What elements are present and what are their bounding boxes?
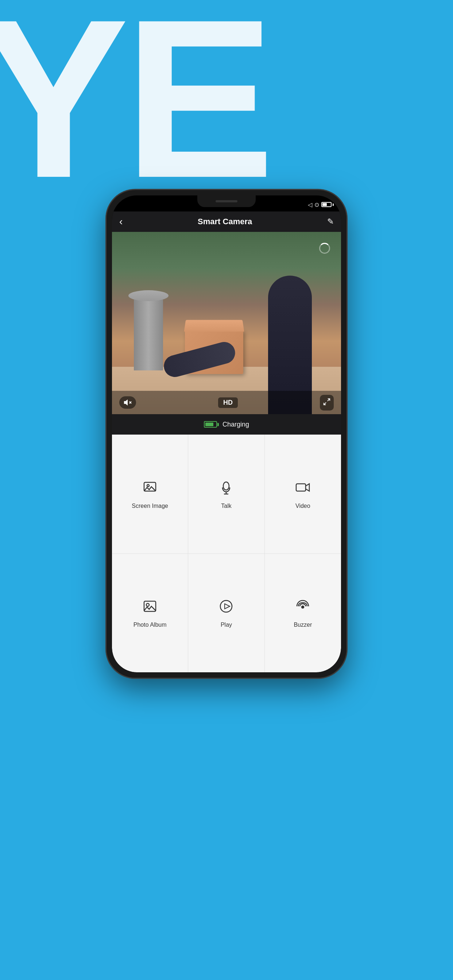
svg-point-7 bbox=[223, 482, 229, 490]
buzzer-label: Buzzer bbox=[293, 622, 312, 628]
screen-image-label: Screen Image bbox=[132, 503, 168, 509]
mute-button[interactable] bbox=[119, 396, 136, 409]
charge-fill bbox=[205, 423, 214, 426]
talk-icon bbox=[217, 479, 235, 498]
charge-body bbox=[204, 421, 217, 428]
notch-speaker bbox=[215, 200, 238, 202]
bg-letter-y: Y bbox=[0, 0, 122, 189]
charging-label: Charging bbox=[222, 421, 249, 428]
talk-label: Talk bbox=[221, 503, 231, 509]
bg-letter-e: E bbox=[124, 0, 275, 189]
controls-panel: Screen Image Talk bbox=[112, 434, 341, 672]
svg-point-12 bbox=[146, 603, 149, 606]
svg-marker-0 bbox=[124, 400, 127, 405]
photo-album-label: Photo Album bbox=[134, 622, 167, 628]
video-label: Video bbox=[295, 503, 310, 509]
lock-icon: ⊙ bbox=[314, 201, 319, 208]
talk-cell[interactable]: Talk bbox=[188, 434, 265, 554]
status-icons: ◁ ⊙ bbox=[308, 201, 334, 208]
pedestal-top bbox=[128, 290, 169, 301]
charge-tip bbox=[217, 423, 219, 426]
buzzer-cell[interactable]: Buzzer bbox=[265, 554, 341, 673]
charging-bar: Charging bbox=[112, 414, 341, 434]
battery-fill bbox=[322, 203, 327, 206]
svg-line-3 bbox=[327, 398, 330, 401]
play-icon bbox=[217, 598, 235, 617]
svg-point-6 bbox=[147, 485, 149, 487]
charging-battery-icon bbox=[204, 421, 219, 428]
buzzer-icon bbox=[294, 598, 311, 617]
svg-rect-10 bbox=[296, 484, 306, 491]
screen-image-cell[interactable]: Screen Image bbox=[112, 434, 188, 554]
location-icon: ◁ bbox=[308, 201, 312, 208]
phone-notch bbox=[197, 196, 256, 207]
back-button[interactable]: ‹ bbox=[119, 216, 123, 227]
expand-button[interactable] bbox=[320, 395, 334, 410]
photo-album-cell[interactable]: Photo Album bbox=[112, 554, 188, 673]
video-icon bbox=[294, 479, 311, 498]
phone-screen: ◁ ⊙ ‹ Smart Camera ✎ bbox=[112, 196, 341, 672]
svg-rect-11 bbox=[144, 601, 156, 611]
phone-mockup: ◁ ⊙ ‹ Smart Camera ✎ bbox=[106, 189, 347, 678]
phone-outer-shell: ◁ ⊙ ‹ Smart Camera ✎ bbox=[106, 189, 347, 678]
battery-tip bbox=[333, 204, 334, 206]
camera-controls: HD bbox=[112, 391, 341, 414]
play-cell[interactable]: Play bbox=[188, 554, 265, 673]
camera-scene bbox=[112, 232, 341, 414]
box-top bbox=[184, 320, 244, 331]
svg-line-4 bbox=[324, 402, 326, 404]
battery-body bbox=[321, 202, 332, 207]
nav-title: Smart Camera bbox=[198, 217, 252, 226]
hd-badge: HD bbox=[218, 398, 238, 408]
background-letters: Y E bbox=[0, 0, 453, 189]
screen-image-icon bbox=[141, 479, 159, 498]
controls-grid: Screen Image Talk bbox=[112, 434, 341, 672]
pedestal bbox=[134, 298, 163, 371]
video-cell[interactable]: Video bbox=[265, 434, 341, 554]
loading-spinner bbox=[319, 243, 330, 254]
play-label: Play bbox=[221, 622, 232, 628]
svg-point-15 bbox=[301, 606, 304, 608]
nav-bar: ‹ Smart Camera ✎ bbox=[112, 212, 341, 232]
svg-marker-14 bbox=[225, 604, 230, 609]
edit-button[interactable]: ✎ bbox=[327, 217, 334, 226]
photo-album-icon bbox=[141, 598, 159, 617]
battery-icon bbox=[321, 202, 334, 207]
camera-view: HD bbox=[112, 232, 341, 414]
